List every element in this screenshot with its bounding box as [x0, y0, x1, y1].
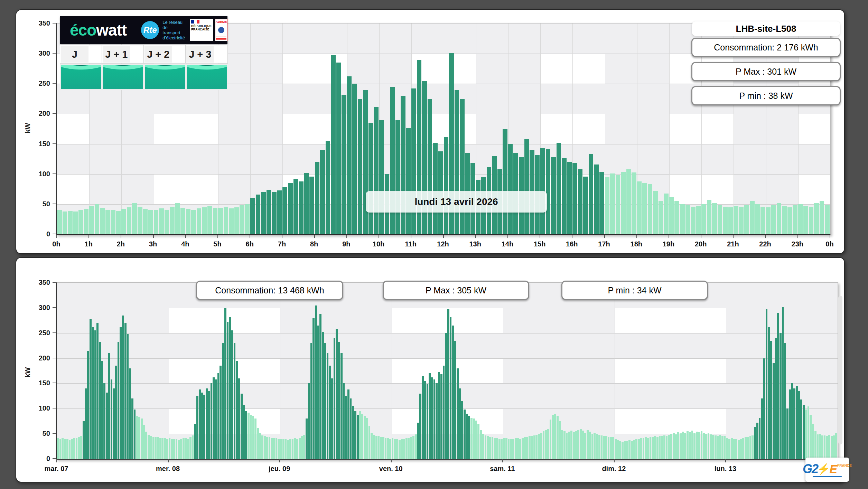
y-tick-mark [53, 173, 56, 174]
power-bar [754, 427, 756, 459]
power-bar [224, 308, 226, 459]
power-bar [83, 421, 85, 459]
power-bar [638, 439, 640, 459]
ecowatt-gauge-green-j3 [187, 65, 227, 89]
checker-cell [503, 358, 615, 384]
power-bar [132, 203, 137, 234]
power-bar [693, 433, 696, 459]
power-bar [501, 439, 503, 459]
power-bar [616, 175, 620, 234]
power-bar [396, 439, 398, 459]
weekly-chart-plot[interactable] [56, 282, 838, 460]
power-bar [166, 439, 168, 459]
ecowatt-tab-j+1[interactable]: J + 1 [102, 45, 144, 63]
power-bar [155, 437, 157, 459]
power-bar [352, 84, 357, 234]
power-bar [763, 358, 765, 459]
power-bar [69, 440, 71, 459]
power-bar [814, 203, 819, 234]
power-bar [503, 438, 505, 459]
power-bar [522, 438, 524, 459]
ecowatt-tab-j+2[interactable]: J + 2 [144, 45, 186, 63]
power-bar [180, 208, 185, 234]
power-bar [129, 368, 131, 459]
power-bar [354, 411, 356, 459]
power-bar [178, 440, 180, 459]
v-gridline [169, 283, 169, 459]
power-bar [62, 438, 64, 459]
checker-cell [503, 308, 615, 333]
y-tick-label: 200 [29, 354, 50, 362]
power-bar [642, 183, 647, 234]
power-bar [78, 210, 83, 234]
power-bar [557, 143, 561, 234]
power-bar [610, 437, 612, 459]
power-bar [632, 172, 636, 235]
power-bar [327, 353, 329, 459]
power-bar [366, 418, 368, 459]
power-bar [189, 437, 192, 459]
ecowatt-day-tabs: JJ + 1J + 2J + 3 [60, 45, 227, 63]
power-bar [587, 430, 589, 459]
power-bar [118, 342, 120, 459]
ecowatt-tab-j[interactable]: J [60, 45, 102, 63]
power-bar [656, 437, 659, 459]
x-tick-mark [314, 235, 315, 238]
power-bar [538, 434, 540, 459]
ecowatt-tab-j+3[interactable]: J + 3 [186, 45, 227, 63]
weekly-pmax-stat: P Max : 305 kW [383, 281, 529, 300]
power-bar [496, 438, 498, 459]
y-tick-mark [53, 234, 56, 234]
power-bar [705, 434, 707, 459]
power-bar [150, 436, 152, 459]
power-bar [568, 432, 570, 459]
power-bar [664, 194, 669, 235]
power-bar [718, 205, 722, 234]
x-tick-label: 5h [213, 240, 221, 248]
power-bar [238, 378, 240, 459]
power-bar [728, 439, 730, 459]
power-bar [187, 439, 189, 459]
power-bar [276, 438, 278, 459]
power-bar [577, 430, 579, 459]
power-bar [628, 440, 631, 459]
power-bar [95, 204, 100, 234]
x-tick-mark [379, 235, 379, 238]
power-bar [203, 395, 205, 459]
power-bar [631, 441, 633, 459]
ecowatt-tab-label: J [61, 49, 88, 60]
power-bar [280, 439, 282, 459]
power-bar [659, 436, 661, 459]
power-bar [229, 317, 231, 459]
power-bar [207, 206, 212, 234]
power-bar [661, 436, 663, 459]
power-bar [470, 418, 473, 459]
chart-scrollbar[interactable] [838, 296, 842, 444]
power-bar [526, 437, 528, 459]
checker-cell [57, 358, 169, 384]
y-tick-label: 0 [29, 455, 50, 463]
power-bar [293, 179, 298, 234]
power-bar [282, 187, 287, 234]
power-bar [415, 434, 417, 459]
power-bar [784, 343, 786, 459]
power-bar [640, 438, 642, 459]
power-bar [57, 438, 59, 459]
power-bar [814, 431, 816, 459]
power-bar [138, 207, 142, 234]
power-bar [299, 438, 301, 459]
power-bar [489, 437, 491, 459]
power-bar [724, 436, 726, 459]
x-tick-mark [88, 235, 89, 238]
power-bar [417, 423, 419, 459]
power-bar [429, 373, 431, 459]
power-bar [684, 433, 686, 459]
power-bar [591, 434, 594, 459]
power-bar [440, 374, 442, 459]
power-bar [524, 437, 526, 459]
power-bar [224, 207, 228, 234]
power-bar [389, 439, 391, 459]
weekly-chart-panel: 050100150200250300350mar. 07mer. 08jeu. … [16, 257, 845, 482]
ecowatt-gauge-green-j2 [145, 65, 185, 89]
power-bar [240, 205, 244, 234]
